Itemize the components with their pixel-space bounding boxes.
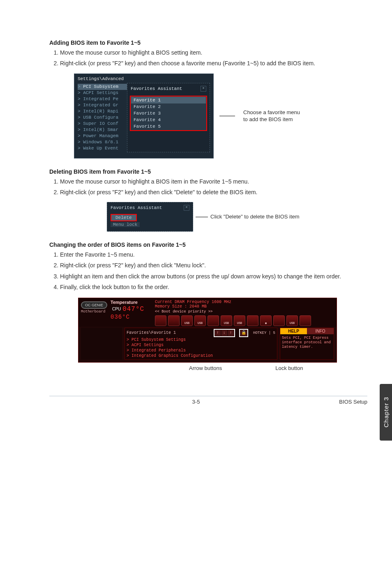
boot-device-row: USB USB USB USB ◉ USB [155, 315, 334, 326]
breadcrumb: Favorites\Favorite 1 [127, 331, 176, 335]
popup-title: Favorites Assistant [131, 86, 182, 91]
memory-size: Memory Size : 2048 MB [155, 304, 334, 309]
figure-delete: Favorites Assistant × Delete Menu lock C… [107, 202, 367, 232]
boot-device-icon[interactable] [273, 315, 285, 326]
boot-device-icon[interactable]: USB [221, 315, 232, 326]
callout-leader [219, 116, 235, 116]
bios-side-graphic [81, 328, 122, 360]
figure-add: Settings\Advanced > PCI Subsystem > ACPI… [74, 74, 367, 158]
boot-device-icon[interactable] [155, 315, 166, 326]
menu-lock-option[interactable]: Menu lock [111, 222, 140, 227]
footer-section: BIOS Setup [339, 399, 367, 405]
settings-item[interactable]: > Super IO Conf [78, 121, 127, 127]
annot-lock-button: Lock button [275, 365, 303, 371]
heading-chg: Changing the order of BIOS items on Favo… [49, 241, 367, 248]
arrow-down-icon[interactable]: ↓ [221, 330, 227, 336]
chg-step-1: Enter the Favorite 1~5 menu. [60, 250, 367, 259]
del-steps-list: Move the mouse cursor to highlight a BIO… [49, 177, 367, 197]
lock-button[interactable]: 🔒 [239, 329, 248, 337]
settings-item[interactable]: > PCI Subsystem [78, 84, 127, 90]
boot-device-icon[interactable] [247, 315, 258, 326]
help-text: Sets PCI, PCI Express interface protocol… [280, 334, 334, 351]
breadcrumb: Settings\Advanced [74, 74, 213, 83]
settings-list: > PCI Subsystem > ACPI Settings > Integr… [74, 83, 127, 152]
cpu-label: CPU [112, 307, 121, 311]
chg-step-4: Finally, click the lock button to fix th… [60, 283, 367, 291]
settings-item[interactable]: > Windows 8/8.1 [78, 139, 127, 145]
oc-genie-button[interactable]: OC GENIE [81, 301, 107, 309]
del-step-1: Move the mouse cursor to highlight a BIO… [60, 177, 367, 186]
favorite-option[interactable]: Favorite 5 [131, 123, 206, 130]
settings-item[interactable]: > Wake Up Event [78, 145, 127, 152]
del-step-2: Right-click (or press "F2" key) and then… [60, 188, 367, 196]
popup-title: Favorites Assistant [111, 205, 162, 210]
favorites-assistant-popup: Favorites Assistant × Favorite 1 Favorit… [127, 83, 210, 152]
settings-item[interactable]: > Integrated Pe [78, 96, 127, 102]
boot-device-icon[interactable] [208, 315, 219, 326]
callout-text: Click "Delete" to delete the BIOS item [210, 213, 300, 220]
favorite-option[interactable]: Favorite 4 [131, 117, 206, 123]
lock-icon: 🔒 [240, 330, 247, 336]
settings-item[interactable]: > USB Configura [78, 115, 127, 121]
motherboard-label: Motherboard [81, 310, 107, 314]
add-step-2: Right-click (or press "F2" key) and then… [60, 59, 367, 67]
chg-step-2: Right-click (or press "F2" key) and then… [60, 261, 367, 269]
dram-frequency: Current DRAM Frequency 1600 MHz [155, 300, 334, 304]
boot-device-icon[interactable]: ◉ [260, 315, 272, 326]
favorite-option[interactable]: Favorite 2 [131, 103, 206, 110]
favorite-option[interactable]: Favorite 1 [131, 97, 206, 103]
heading-del: Deleting BIOS item from Favorite 1~5 [49, 168, 367, 175]
favorites-assistant-popup-delete: Favorites Assistant × Delete Menu lock [107, 202, 193, 232]
add-steps-list: Move the mouse cursor to highlight a BIO… [49, 48, 367, 68]
favorite-choice-list: Favorite 1 Favorite 2 Favorite 3 Favorit… [130, 96, 207, 131]
favorite-item[interactable]: > ACPI Settings [127, 342, 275, 348]
arrow-up-icon[interactable]: ↑ [228, 330, 234, 336]
tab-info[interactable]: INFO [307, 328, 334, 334]
figure-annotations: Arrow buttons Lock button [78, 365, 337, 371]
arrow-buttons[interactable]: ↑ ↓ ↑ [214, 329, 235, 337]
hotkey-label: HOTKEY | 5 [253, 331, 275, 335]
arrow-up-icon[interactable]: ↑ [215, 330, 221, 336]
callout-leader [196, 217, 208, 217]
page-footer: 3-5 BIOS Setup [49, 396, 367, 405]
favorite-item[interactable]: > Integrated Peripherals [127, 348, 275, 353]
page-number: 3-5 [192, 399, 200, 405]
boot-device-icon[interactable] [168, 315, 180, 326]
bios-window-add: Settings\Advanced > PCI Subsystem > ACPI… [74, 74, 214, 158]
chg-step-3: Highlight an item and then click the arr… [60, 272, 367, 280]
boot-device-icon[interactable]: USB [181, 315, 193, 326]
mb-temp-value: 036°C [111, 314, 144, 320]
boot-device-icon[interactable]: USB [234, 315, 245, 326]
settings-item[interactable]: > Integrated Gr [78, 102, 127, 108]
settings-item[interactable]: > ACPI Settings [78, 90, 127, 96]
annot-arrow-buttons: Arrow buttons [189, 365, 222, 371]
chg-steps-list: Enter the Favorite 1~5 menu. Right-click… [49, 250, 367, 291]
close-icon[interactable]: × [184, 205, 189, 211]
chapter-tab: Chapter 3 [380, 384, 392, 441]
close-icon[interactable]: × [201, 86, 206, 92]
boot-device-icon[interactable] [300, 315, 311, 326]
favorite-option[interactable]: Favorite 3 [131, 110, 206, 117]
boot-device-icon[interactable]: USB [194, 315, 206, 326]
temperature-label: Temperature [111, 300, 144, 305]
tab-help[interactable]: HELP [280, 328, 307, 334]
help-pane: HELP INFO Sets PCI, PCI Express interfac… [280, 328, 334, 360]
delete-option[interactable]: Delete [111, 214, 137, 221]
bios-main-screenshot: OC GENIE Motherboard Temperature CPU 047… [78, 298, 337, 363]
heading-add: Adding BIOS item to Favorite 1~5 [49, 39, 367, 46]
settings-item[interactable]: > Power Managem [78, 133, 127, 139]
boot-device-icon[interactable]: USB [286, 315, 298, 326]
settings-item[interactable]: > Intel(R) Smar [78, 127, 127, 133]
settings-item[interactable]: > Intel(R) Rapi [78, 108, 127, 115]
callout-text: Choose a favorite menu to add the BIOS i… [243, 109, 300, 123]
favorite-item[interactable]: > PCI Subsystem Settings [127, 337, 275, 342]
boot-priority-label: << Boot device priority >> [155, 310, 334, 314]
favorite-item[interactable]: > Integrated Graphics Configuration [127, 353, 275, 358]
cpu-temp-value: 047°C [122, 305, 144, 313]
add-step-1: Move the mouse cursor to highlight a BIO… [60, 48, 367, 57]
